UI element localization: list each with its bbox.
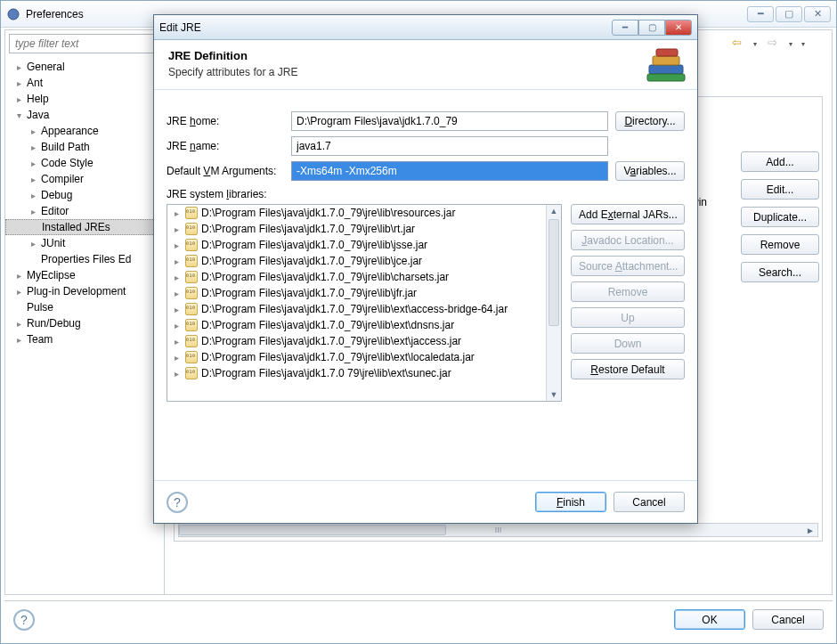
directory-button[interactable]: Directory... [615,111,685,131]
tree-item[interactable]: Help [5,91,164,107]
jar-icon [185,303,198,315]
nav-menu-button[interactable]: ▾ [803,36,823,52]
add-external-jars-button[interactable]: Add External JARs... [571,204,685,224]
scroll-thumb[interactable] [179,525,446,535]
preferences-footer: ? OK Cancel [4,600,833,638]
scroll-down-button[interactable]: ▼ [547,388,561,401]
tree-item[interactable]: Code Style [5,155,164,171]
preferences-sidebar: GeneralAntHelpJavaAppearanceBuild PathCo… [4,29,165,595]
add-button[interactable]: Add... [741,151,819,172]
scroll-indicator: III [495,526,502,534]
library-path: D:\Program Files\java\jdk1.7.0_79\jre\li… [201,351,475,363]
javadoc-location-button[interactable]: Javadoc Location... [571,230,685,250]
library-item[interactable]: ▸D:\Program Files\java\jdk1.7.0_79\jre\l… [167,237,546,253]
jre-name-input[interactable] [291,136,608,156]
scroll-thumb[interactable] [549,219,559,326]
nav-back-button[interactable]: ⇦ [732,36,752,52]
search-button[interactable]: Search... [741,262,819,282]
source-attachment-button[interactable]: Source Attachment... [571,256,685,276]
duplicate-button[interactable]: Duplicate... [741,207,819,227]
tree-item[interactable]: Properties Files Ed [5,251,164,267]
tree-item[interactable]: Installed JREs [5,219,164,235]
scroll-up-button[interactable]: ▲ [547,205,561,217]
lib-vertical-scrollbar[interactable]: ▲ ▼ [546,205,561,401]
jar-icon [185,207,198,219]
tree-item[interactable]: Build Path [5,139,164,155]
tree-item[interactable]: Java [5,107,164,123]
svg-rect-3 [653,56,679,65]
library-item[interactable]: ▸D:\Program Files\java\jdk1.7.0_79\jre\l… [167,221,546,237]
minimize-button[interactable]: ━ [747,6,774,22]
tree-item[interactable]: Debug [5,187,164,203]
jar-icon [185,319,198,331]
ok-button[interactable]: OK [674,609,745,630]
eclipse-icon [6,7,20,21]
dialog-minimize-button[interactable]: ━ [612,20,638,36]
library-path: D:\Program Files\java\jdk1.7.0_79\jre\li… [201,207,455,219]
help-icon[interactable]: ? [167,492,188,513]
system-libraries-label: JRE system libraries: [167,188,685,200]
library-item[interactable]: ▸D:\Program Files\java\jdk1.7.0_79\jre\l… [167,349,546,365]
preferences-tree[interactable]: GeneralAntHelpJavaAppearanceBuild PathCo… [5,57,164,594]
edit-button[interactable]: Edit... [741,179,819,200]
library-item[interactable]: ▸D:\Program Files\java\jdk1.7.0_79\jre\l… [167,301,546,317]
maximize-button[interactable]: ▢ [776,6,802,22]
tree-item[interactable]: MyEclipse [5,267,164,283]
tree-item[interactable]: Editor [5,203,164,219]
lib-down-button[interactable]: Down [571,333,685,354]
lib-up-button[interactable]: Up [571,307,685,328]
close-button[interactable]: ✕ [804,6,831,22]
tree-item[interactable]: Plug-in Development [5,283,164,299]
library-item[interactable]: ▸D:\Program Files\java\jdk1.7.0_79\jre\l… [167,269,546,285]
tree-item[interactable]: General [5,59,164,75]
jre-name-label: JRE name: [167,140,291,152]
tree-item[interactable]: Appearance [5,123,164,139]
tree-item[interactable]: Ant [5,75,164,91]
remove-button[interactable]: Remove [741,234,819,255]
cancel-button[interactable]: Cancel [752,609,824,630]
library-item[interactable]: ▸D:\Program Files\java\jdk1.7.0_79\jre\l… [167,253,546,269]
jre-home-label: JRE home: [167,115,291,127]
jar-icon [185,287,198,299]
dialog-footer: ? Finish Cancel [154,480,697,523]
dialog-maximize-button[interactable]: ▢ [638,20,665,36]
system-libraries-list[interactable]: ▸D:\Program Files\java\jdk1.7.0_79\jre\l… [167,204,562,402]
jar-icon [185,239,198,251]
horizontal-scrollbar[interactable]: ◄ III ► [178,523,818,537]
tree-item[interactable]: Run/Debug [5,315,164,331]
dialog-cancel-button[interactable]: Cancel [614,492,685,512]
books-icon [646,45,687,86]
library-item[interactable]: ▸D:\Program Files\java\jdk1.7.0_79\jre\l… [167,333,546,349]
library-item[interactable]: ▸D:\Program Files\java\jdk1.7.0_79\jre\l… [167,317,546,333]
tree-item[interactable]: Pulse [5,299,164,315]
jre-home-input[interactable] [291,111,608,131]
dialog-close-button[interactable]: ✕ [665,20,692,36]
svg-rect-5 [647,74,685,81]
jar-icon [185,271,198,283]
filter-input[interactable] [9,34,160,53]
default-vm-args-input[interactable]: -Xms64m -Xmx256m [291,161,608,181]
dialog-titlebar[interactable]: Edit JRE ━ ▢ ✕ [154,15,697,40]
lib-remove-button[interactable]: Remove [571,281,685,302]
library-item[interactable]: ▸D:\Program Files\java\jdk1.7.0 79\jre\l… [167,365,546,381]
window-title: Preferences [26,8,84,20]
help-icon[interactable]: ? [13,609,35,631]
dialog-header: JRE Definition Specify attributes for a … [154,40,697,90]
library-path: D:\Program Files\java\jdk1.7.0_79\jre\li… [201,287,417,299]
library-path: D:\Program Files\java\jdk1.7.0_79\jre\li… [201,255,422,267]
tree-item[interactable]: Team [5,331,164,347]
variables-button[interactable]: Variables... [615,161,685,181]
nav-forward-button[interactable]: ⇨ [768,36,787,52]
scroll-right-button[interactable]: ► [803,524,817,536]
svg-rect-4 [656,49,678,56]
jar-icon [185,351,198,363]
restore-default-button[interactable]: Restore Default [571,359,685,379]
jar-icon [185,255,198,267]
finish-button[interactable]: Finish [535,492,606,512]
tree-item[interactable]: Compiler [5,171,164,187]
library-path: D:\Program Files\java\jdk1.7.0_79\jre\li… [201,303,508,315]
library-item[interactable]: ▸D:\Program Files\java\jdk1.7.0_79\jre\l… [167,205,546,221]
tree-item[interactable]: JUnit [5,235,164,251]
library-item[interactable]: ▸D:\Program Files\java\jdk1.7.0_79\jre\l… [167,285,546,301]
library-path: D:\Program Files\java\jdk1.7.0_79\jre\li… [201,335,461,347]
